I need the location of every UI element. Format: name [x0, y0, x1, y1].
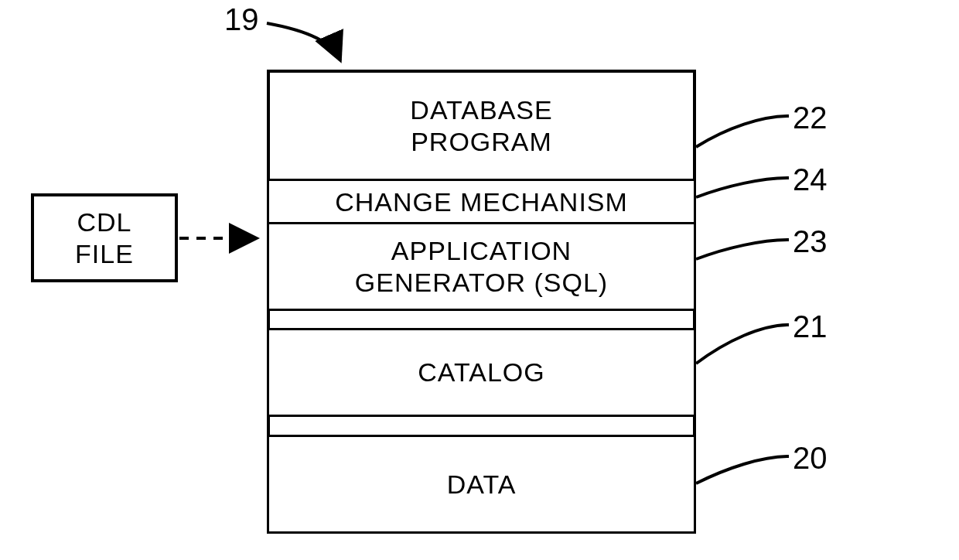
ref-label-21: 21 — [793, 309, 828, 344]
stack-row-change-mechanism: CHANGE MECHANISM — [267, 179, 696, 225]
diagram-canvas: CDL FILE DATABASE PROGRAM CHANGE MECHANI… — [0, 0, 959, 560]
leader-23 — [696, 240, 789, 259]
leader-21 — [696, 325, 789, 364]
cdl-file-line1: CDL — [77, 207, 131, 238]
stack-row2-line2: GENERATOR (SQL) — [355, 267, 608, 299]
ref-label-22: 22 — [793, 101, 828, 135]
ref-label-19: 19 — [224, 2, 259, 37]
stack-row1-line1: CHANGE MECHANISM — [335, 186, 628, 218]
cdl-file-box: CDL FILE — [31, 193, 178, 282]
arrow-19-to-stack — [267, 23, 340, 60]
stack-row-app-generator: APPLICATION GENERATOR (SQL) — [267, 222, 696, 311]
stack-row0-line1: DATABASE — [410, 94, 552, 126]
stack-row2-line1: APPLICATION — [391, 235, 572, 267]
stack-row-database-program: DATABASE PROGRAM — [267, 70, 696, 182]
ref-label-24: 24 — [793, 162, 828, 197]
stack-row-data: DATA — [267, 435, 696, 534]
cdl-file-line2: FILE — [75, 238, 134, 270]
stack-row0-line2: PROGRAM — [411, 126, 552, 158]
stack-container: DATABASE PROGRAM CHANGE MECHANISM APPLIC… — [267, 70, 696, 534]
stack-row-catalog: CATALOG — [267, 328, 696, 417]
stack-row4-line1: DATA — [447, 469, 517, 500]
ref-label-23: 23 — [793, 224, 828, 259]
leader-24 — [696, 178, 789, 197]
stack-row3-line1: CATALOG — [418, 357, 544, 388]
ref-label-20: 20 — [793, 441, 828, 476]
leader-20 — [696, 456, 789, 483]
leader-22 — [696, 116, 789, 147]
